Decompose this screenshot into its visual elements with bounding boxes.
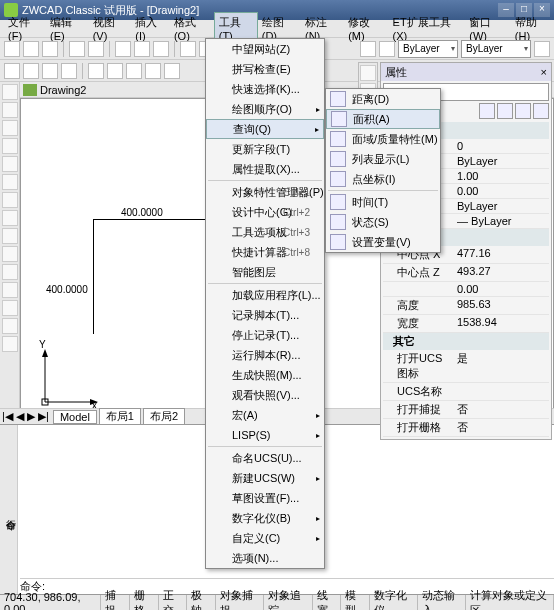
prop-row[interactable]: 打开捕捉否 [383, 401, 549, 419]
prop-row[interactable]: UCS名称 [383, 383, 549, 401]
draw-tool-icon[interactable] [2, 156, 18, 172]
doc-title[interactable]: Drawing2 [40, 84, 86, 96]
new-icon[interactable] [4, 41, 20, 57]
prop-row[interactable]: 0.00 [383, 282, 549, 297]
status-toggle[interactable]: 对象捕捉 [216, 595, 264, 610]
status-toggle[interactable]: 线宽 [313, 595, 342, 610]
draw-tool-icon[interactable] [2, 264, 18, 280]
status-toggle[interactable]: 正交 [159, 595, 188, 610]
draw-tool-icon[interactable] [2, 102, 18, 118]
tool-icon[interactable] [164, 63, 180, 79]
open-icon[interactable] [23, 41, 39, 57]
status-toggle[interactable]: 极轴 [187, 595, 216, 610]
tool-icon[interactable] [107, 63, 123, 79]
menu-item[interactable]: 拼写检查(E) [206, 59, 324, 79]
props-tool-icon[interactable] [479, 103, 495, 119]
menu-item[interactable]: 视图(V) [89, 13, 132, 44]
tool-icon[interactable] [126, 63, 142, 79]
menu-item[interactable]: 编辑(E) [46, 13, 89, 44]
save-icon[interactable] [42, 41, 58, 57]
linetype-combo[interactable]: ByLayer [461, 40, 531, 58]
menu-item[interactable]: 修改(M) [344, 13, 388, 44]
layout2-tab[interactable]: 布局2 [143, 408, 185, 425]
tool-icon[interactable] [379, 41, 395, 57]
draw-tool-icon[interactable] [2, 318, 18, 334]
draw-tool-icon[interactable] [2, 336, 18, 352]
undo-icon[interactable] [180, 41, 196, 57]
prop-row[interactable]: 打开栅格否 [383, 419, 549, 437]
submenu-item[interactable]: 面积(A) [326, 109, 440, 129]
menu-item[interactable]: 自定义(C)▸ [206, 528, 324, 548]
submenu-item[interactable]: 状态(S) [326, 212, 440, 232]
draw-tool-icon[interactable] [2, 300, 18, 316]
draw-tool-icon[interactable] [2, 138, 18, 154]
submenu-item[interactable]: 距离(D) [326, 89, 440, 109]
menu-item[interactable]: 插入(I) [131, 13, 170, 44]
menu-item[interactable]: 中望网站(Z) [206, 39, 324, 59]
menu-item[interactable]: 绘图顺序(O)▸ [206, 99, 324, 119]
tool-icon[interactable] [61, 63, 77, 79]
menu-item[interactable]: 选项(N)... [206, 548, 324, 568]
menu-item[interactable]: 快捷计算器Ctrl+8 [206, 242, 324, 262]
menu-item[interactable]: LISP(S)▸ [206, 425, 324, 445]
submenu-item[interactable]: 面域/质量特性(M) [326, 129, 440, 149]
prop-row[interactable]: 宽度1538.94 [383, 315, 549, 333]
status-toggle[interactable]: 数字化仪 [370, 595, 418, 610]
props-tool-icon[interactable] [515, 103, 531, 119]
submenu-item[interactable]: 时间(T) [326, 192, 440, 212]
menu-item[interactable]: 新建UCS(W)▸ [206, 468, 324, 488]
paste-icon[interactable] [153, 41, 169, 57]
menu-item[interactable]: 观看快照(V)... [206, 385, 324, 405]
preview-icon[interactable] [88, 41, 104, 57]
draw-tool-icon[interactable] [2, 246, 18, 262]
prop-row[interactable]: 中心点 Z493.27 [383, 264, 549, 282]
menu-item[interactable]: 快速选择(K)... [206, 79, 324, 99]
status-toggle[interactable]: 捕捉 [101, 595, 130, 610]
status-toggle[interactable]: 计算对象或定义区 [466, 595, 554, 610]
mod-tool-icon[interactable] [360, 65, 376, 81]
tool-icon[interactable] [360, 41, 376, 57]
menu-item[interactable]: 属性提取(X)... [206, 159, 324, 179]
cut-icon[interactable] [115, 41, 131, 57]
tab-nav[interactable]: |◀ ◀ ▶ ▶| [0, 410, 51, 423]
status-toggle[interactable]: 动态输入 [418, 595, 466, 610]
tool-icon[interactable] [534, 41, 550, 57]
submenu-item[interactable]: 点坐标(I) [326, 169, 440, 189]
props-tool-icon[interactable] [533, 103, 549, 119]
draw-tool-icon[interactable] [2, 174, 18, 190]
prop-row[interactable]: 打开UCS图标是 [383, 350, 549, 383]
menu-item[interactable]: 查询(Q)▸ [206, 119, 324, 139]
menu-item[interactable]: 工具选项板Ctrl+3 [206, 222, 324, 242]
props-tool-icon[interactable] [497, 103, 513, 119]
status-toggle[interactable]: 模型 [341, 595, 370, 610]
menu-item[interactable]: 停止记录(T)... [206, 325, 324, 345]
print-icon[interactable] [69, 41, 85, 57]
menu-item[interactable]: 运行脚本(R)... [206, 345, 324, 365]
menu-item[interactable]: 文件(F) [4, 13, 46, 44]
menu-item[interactable]: 数字化仪(B)▸ [206, 508, 324, 528]
draw-tool-icon[interactable] [2, 210, 18, 226]
draw-tool-icon[interactable] [2, 282, 18, 298]
color-combo[interactable]: ByLayer [398, 40, 458, 58]
tool-icon[interactable] [88, 63, 104, 79]
model-tab[interactable]: Model [53, 410, 97, 424]
menu-item[interactable]: 智能图层 [206, 262, 324, 282]
draw-tool-icon[interactable] [2, 192, 18, 208]
menu-item[interactable]: 草图设置(F)... [206, 488, 324, 508]
tool-icon[interactable] [42, 63, 58, 79]
menu-item[interactable]: 生成快照(M)... [206, 365, 324, 385]
menu-item[interactable]: 记录脚本(T)... [206, 305, 324, 325]
draw-tool-icon[interactable] [2, 84, 18, 100]
menu-item[interactable]: 宏(A)▸ [206, 405, 324, 425]
tool-icon[interactable] [4, 63, 20, 79]
status-toggle[interactable]: 栅格 [130, 595, 159, 610]
props-close-icon[interactable]: × [541, 66, 547, 78]
draw-tool-icon[interactable] [2, 120, 18, 136]
submenu-item[interactable]: 列表显示(L) [326, 149, 440, 169]
menu-item[interactable]: 设计中心(G)Ctrl+2 [206, 202, 324, 222]
draw-tool-icon[interactable] [2, 228, 18, 244]
status-toggle[interactable]: 对象追踪 [264, 595, 312, 610]
submenu-item[interactable]: 设置变量(V) [326, 232, 440, 252]
layout1-tab[interactable]: 布局1 [99, 408, 141, 425]
prop-row[interactable]: 高度985.63 [383, 297, 549, 315]
